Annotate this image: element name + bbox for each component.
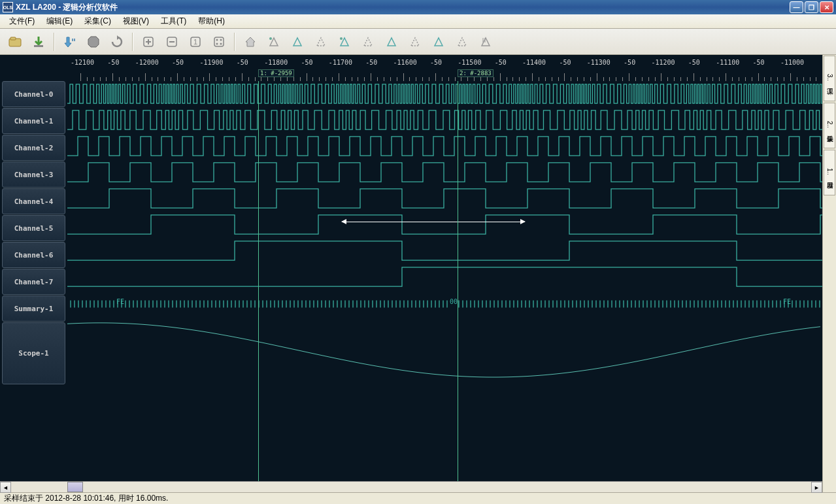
scroll-track[interactable] [11,482,811,492]
scroll-right-button[interactable]: ► [811,482,822,493]
side-panel: 3.. 课工 2.. 采集设 1.. 器发口 [822,55,836,492]
zoom-out-button[interactable] [162,32,182,52]
capture-button[interactable] [60,32,80,52]
goto-home-button[interactable] [241,32,260,52]
app-icon: OLS [3,2,13,12]
maximize-button[interactable]: ❐ [805,1,818,13]
open-button[interactable] [5,32,25,52]
svg-point-14 [340,37,343,40]
channel-label-1[interactable]: Channel-1 [2,108,65,134]
menu-file[interactable]: 文件(F) [4,14,40,28]
scroll-thumb[interactable] [67,482,83,492]
waveform-canvas[interactable]: FE00FE [67,81,822,481]
channel-label-7[interactable]: Channel-7 [2,269,65,295]
svg-point-13 [269,37,272,40]
goto-d-button[interactable] [405,32,425,52]
wave-row-3[interactable] [67,160,822,186]
menu-view[interactable]: 视图(V) [118,14,154,28]
wave-row-2[interactable] [67,133,822,160]
wave-row-0[interactable] [67,81,822,107]
channel-label-8[interactable]: Summary-1 [2,295,65,322]
menu-help[interactable]: 帮助(H) [193,14,230,28]
goto-cursor1-button[interactable] [288,32,307,52]
svg-point-9 [216,39,218,41]
goto-c-button[interactable] [382,32,401,52]
channel-label-6[interactable]: Channel-6 [2,242,65,268]
svg-point-11 [216,42,218,44]
close-button[interactable]: ✕ [820,1,833,13]
svg-text:1: 1 [193,38,197,46]
channel-label-9[interactable]: Scope-1 [2,322,65,384]
horizontal-scrollbar[interactable]: ◄ ► [0,481,822,492]
wave-row-5[interactable] [67,212,822,238]
titlebar: OLS XZL LA200 - 逻辑分析仪软件 — ❐ ✕ [0,0,836,14]
channel-labels: Channel-0Channel-1Channel-2Channel-3Chan… [0,81,67,481]
wave-row-7[interactable] [67,264,822,290]
time-ruler[interactable]: -12100-50-12000-50-11900-50-11800-50-117… [0,55,822,81]
status-bar: 采样结束于 2012-8-28 10:01:46, 用时 16.00ms. [0,492,836,504]
channel-label-2[interactable]: Channel-2 [2,135,65,161]
goto-cursor2-button[interactable] [311,32,331,52]
svg-marker-3 [88,37,99,47]
goto-trigger-button[interactable] [264,32,284,52]
wave-row-6[interactable] [67,238,822,264]
goto-a-button[interactable] [335,32,354,52]
side-tab-2[interactable]: 2.. 采集设 [824,103,835,148]
wave-row-1[interactable] [67,107,822,133]
menu-capture[interactable]: 采集(C) [79,14,116,28]
window-title: XZL LA200 - 逻辑分析仪软件 [16,2,790,13]
main-area: -12100-50-12000-50-11900-50-11800-50-117… [0,55,836,492]
goto-f-button[interactable] [452,32,472,52]
minimize-button[interactable]: — [790,1,803,13]
toolbar: 1 [0,29,836,55]
zoom-in-button[interactable] [139,32,158,52]
repeat-button[interactable] [107,32,127,52]
side-tab-3[interactable]: 3.. 课工 [824,56,835,101]
goto-b-button[interactable] [358,32,378,52]
status-text: 采样结束于 2012-8-28 10:01:46, 用时 16.00ms. [4,493,168,504]
scroll-left-button[interactable]: ◄ [0,482,11,493]
menu-tools[interactable]: 工具(T) [156,14,192,28]
svg-rect-8 [214,37,224,46]
wave-row-4[interactable] [67,186,822,212]
svg-rect-2 [34,45,43,47]
menu-edit[interactable]: 编辑(E) [41,14,78,28]
cursor-2-line[interactable] [458,81,458,481]
stop-button[interactable] [84,32,103,52]
channel-label-5[interactable]: Channel-5 [2,215,65,241]
svg-point-12 [220,42,222,44]
waveform-area: -12100-50-12000-50-11900-50-11800-50-117… [0,55,822,492]
wave-row-9[interactable] [67,316,822,378]
svg-rect-1 [10,37,16,40]
channel-label-3[interactable]: Channel-3 [2,161,65,188]
save-button[interactable] [29,32,48,52]
channel-label-0[interactable]: Channel-0 [2,81,65,107]
side-tab-1[interactable]: 1.. 器发口 [824,150,835,195]
zoom-default-button[interactable]: 1 [186,32,205,52]
channels-container: Channel-0Channel-1Channel-2Channel-3Chan… [0,81,822,481]
zoom-fit-button[interactable] [209,32,229,52]
svg-point-10 [220,39,222,41]
wave-row-8[interactable]: FE00FE [67,290,822,316]
cursor-1-line[interactable] [258,81,259,481]
menubar: 文件(F) 编辑(E) 采集(C) 视图(V) 工具(T) 帮助(H) [0,14,836,29]
goto-last-button[interactable] [476,32,495,52]
channel-label-4[interactable]: Channel-4 [2,188,65,214]
goto-e-button[interactable] [429,32,448,52]
